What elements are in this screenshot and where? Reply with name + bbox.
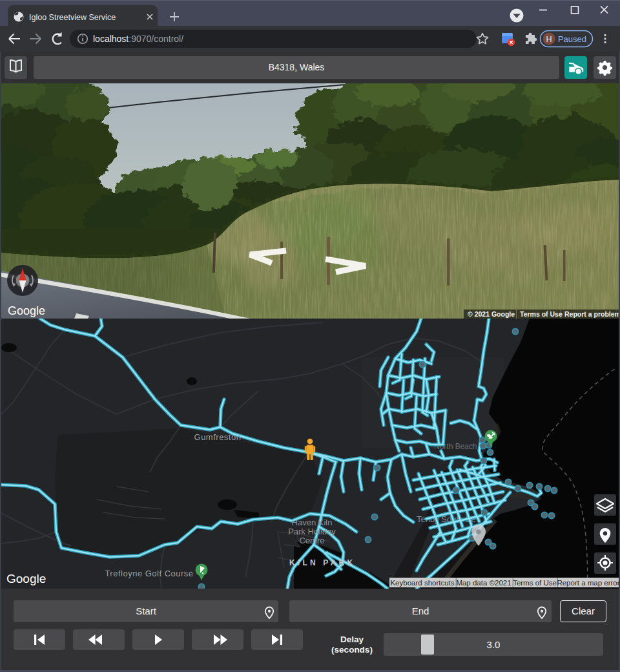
svg-text:KILN PARK: KILN PARK (289, 558, 355, 567)
svg-text:Report a map error: Report a map error (557, 579, 619, 587)
svg-text:Report a problem: Report a problem (564, 310, 620, 318)
svg-text:Google: Google (6, 572, 46, 585)
svg-text:Terms of Use: Terms of Use (513, 579, 557, 587)
svg-text:Park Holiday: Park Holiday (288, 527, 336, 536)
svg-text:Gumfreston: Gumfreston (194, 432, 242, 442)
svg-text:Haven Kiln: Haven Kiln (292, 518, 333, 527)
svg-text:Map data ©2021: Map data ©2021 (456, 579, 511, 587)
svg-text:Keyboard shortcuts: Keyboard shortcuts (390, 579, 454, 587)
svg-text:Centre: Centre (299, 536, 324, 545)
svg-text:© 2021 Google: © 2021 Google (468, 310, 515, 318)
svg-text:Google: Google (8, 304, 45, 317)
svg-text:H: H (546, 35, 552, 44)
svg-text:Trefloyne Golf Course: Trefloyne Golf Course (105, 569, 193, 578)
svg-text:Terms of Use: Terms of Use (520, 310, 563, 318)
svg-text:Paused: Paused (558, 34, 586, 44)
